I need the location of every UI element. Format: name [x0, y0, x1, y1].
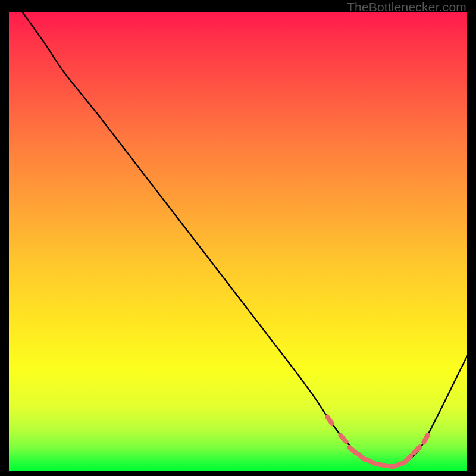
optimal-marker: [411, 444, 423, 456]
plot-area: [9, 12, 467, 471]
optimal-marker: [337, 432, 349, 445]
chart-frame: TheBottlenecker.com: [0, 0, 476, 476]
bottleneck-curve: [23, 12, 467, 467]
optimal-marker: [401, 453, 414, 465]
optimal-marker: [421, 432, 431, 446]
optimal-range-markers: [324, 414, 431, 469]
optimal-marker: [324, 414, 335, 427]
curve-layer: [9, 12, 467, 471]
